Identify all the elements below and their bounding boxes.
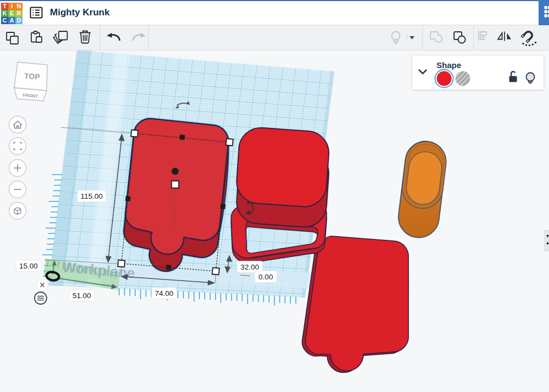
svg-text:Shape: Shape <box>436 60 461 70</box>
svg-text:74.00: 74.00 <box>155 289 173 298</box>
svg-text:15.00: 15.00 <box>19 262 38 270</box>
svg-text:0.00: 0.00 <box>259 273 273 281</box>
svg-text:115.00: 115.00 <box>81 192 103 200</box>
svg-text:TOP: TOP <box>24 71 41 81</box>
svg-text:51.00: 51.00 <box>72 292 91 300</box>
svg-text:32.00: 32.00 <box>240 263 259 271</box>
